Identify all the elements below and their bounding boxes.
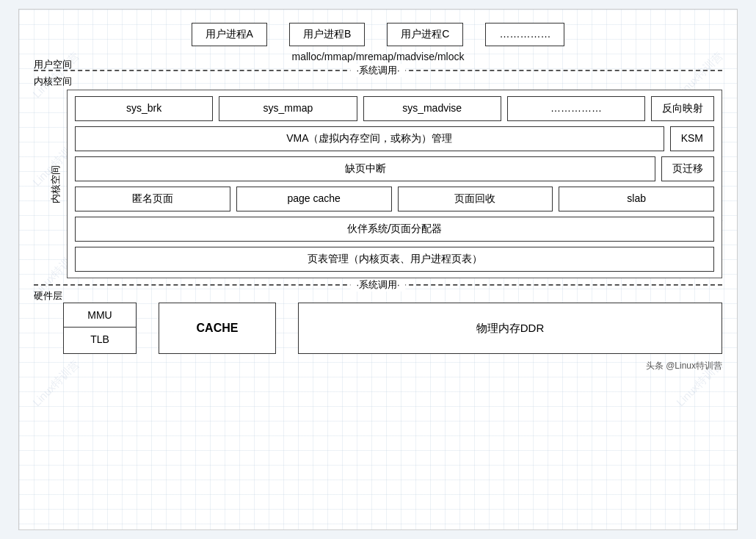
hardware-label: 硬件层 — [34, 290, 62, 301]
kernel-space-label-inner: 内核空间 — [49, 165, 62, 203]
process-c: 用户进程C — [387, 23, 463, 46]
reverse-mapping: 反向映射 — [651, 96, 714, 121]
diagram-container: Linux特训营 Linux特训营 Linux特训营 Linux特训营 Linu… — [18, 9, 738, 530]
dashed-line-2: ·系统调用· — [34, 284, 722, 286]
sys-madvise: sys_madvise — [363, 96, 501, 121]
user-space-section: 用户进程A 用户进程B 用户进程C …………… malloc/mmap/mrem… — [26, 17, 730, 70]
page-cache: page cache — [236, 187, 392, 211]
process-etc: …………… — [485, 23, 564, 46]
hardware-boxes: MMU TLB CACHE 物理内存DDR — [63, 303, 722, 354]
vma-box: VMA（虚拟内存空间，或称为）管理 — [75, 126, 664, 151]
slab: slab — [559, 187, 714, 211]
kernel-hardware-separator: ·系统调用· — [34, 284, 722, 286]
kernel-inner-box: 内核空间 sys_brk sys_mmap sys_madvise …………… … — [67, 90, 722, 278]
ddr-box: 物理内存DDR — [298, 303, 722, 354]
kernel-outer: 内核空间 内核空间 sys_brk sys_mmap sys_madvise …… — [26, 71, 730, 280]
sys-mmap: sys_mmap — [219, 96, 357, 121]
buddy-system: 伙伴系统/页面分配器 — [75, 217, 714, 242]
footer: 头条 @Linux特训营 — [26, 360, 730, 372]
ksm-box: KSM — [670, 126, 714, 151]
anon-page: 匿名页面 — [75, 187, 230, 211]
tlb-box: TLB — [64, 328, 136, 351]
vma-row: VMA（虚拟内存空间，或称为）管理 KSM — [75, 126, 714, 151]
syscalls-row: sys_brk sys_mmap sys_madvise …………… 反向映射 — [75, 96, 714, 121]
page-table-row: 页表管理（内核页表、用户进程页表） — [75, 247, 714, 272]
syscall-label-2: ·系统调用· — [350, 278, 405, 292]
page-migration-box: 页迁移 — [661, 156, 714, 181]
buddy-row: 伙伴系统/页面分配器 — [75, 217, 714, 242]
malloc-text: malloc/mmap/mremap/madvise/mlock — [48, 51, 708, 62]
sys-brk: sys_brk — [75, 96, 213, 121]
page-fault-row: 缺页中断 页迁移 — [75, 156, 714, 181]
user-processes-row: 用户进程A 用户进程B 用户进程C …………… — [48, 23, 708, 46]
main-content: 用户进程A 用户进程B 用户进程C …………… malloc/mmap/mrem… — [26, 17, 730, 522]
cache-box: CACHE — [159, 303, 276, 354]
kernel-space-label-outer: 内核空间 — [34, 76, 72, 87]
mmu-box: MMU — [64, 303, 136, 328]
page-table-mgmt: 页表管理（内核页表、用户进程页表） — [75, 247, 714, 272]
page-reclaim: 页面回收 — [398, 187, 553, 211]
process-b: 用户进程B — [289, 23, 365, 46]
page-types-row: 匿名页面 page cache 页面回收 slab — [75, 187, 714, 211]
hardware-section: 硬件层 MMU TLB CACHE 物理内存DDR — [26, 287, 730, 357]
process-a: 用户进程A — [192, 23, 267, 46]
sys-etc: …………… — [507, 96, 645, 121]
page-fault-box: 缺页中断 — [75, 156, 655, 181]
mmu-tlb-box: MMU TLB — [63, 303, 137, 354]
